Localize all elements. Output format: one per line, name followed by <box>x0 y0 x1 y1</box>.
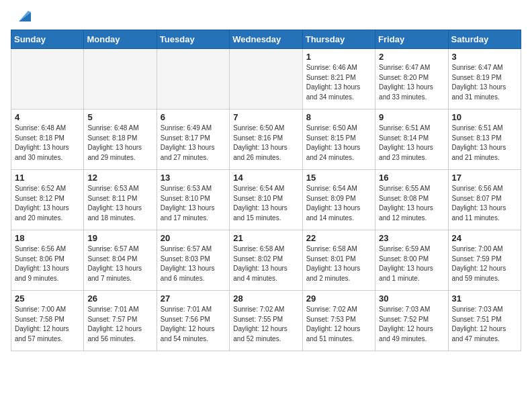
day-info: Sunrise: 6:48 AM Sunset: 8:18 PM Dayligh… <box>15 124 80 163</box>
calendar-cell: 16Sunrise: 6:55 AM Sunset: 8:08 PM Dayli… <box>375 170 448 230</box>
calendar-cell: 18Sunrise: 6:56 AM Sunset: 8:06 PM Dayli… <box>11 230 84 291</box>
calendar-cell: 28Sunrise: 7:02 AM Sunset: 7:55 PM Dayli… <box>230 291 302 351</box>
week-row-5: 25Sunrise: 7:00 AM Sunset: 7:58 PM Dayli… <box>11 291 521 351</box>
day-info: Sunrise: 7:02 AM Sunset: 7:53 PM Dayligh… <box>306 305 371 344</box>
calendar-cell: 2Sunrise: 6:47 AM Sunset: 8:20 PM Daylig… <box>375 49 448 109</box>
day-number: 1 <box>306 52 371 62</box>
day-info: Sunrise: 6:48 AM Sunset: 8:18 PM Dayligh… <box>87 124 152 163</box>
calendar-cell: 8Sunrise: 6:50 AM Sunset: 8:15 PM Daylig… <box>302 109 375 170</box>
week-row-1: 1Sunrise: 6:46 AM Sunset: 8:21 PM Daylig… <box>11 49 521 109</box>
logo-icon <box>12 9 31 24</box>
day-number: 14 <box>233 173 298 183</box>
calendar-header-row: SundayMondayTuesdayWednesdayThursdayFrid… <box>11 30 521 49</box>
day-info: Sunrise: 6:59 AM Sunset: 8:00 PM Dayligh… <box>379 244 444 283</box>
day-number: 12 <box>87 173 152 183</box>
day-info: Sunrise: 6:47 AM Sunset: 8:19 PM Dayligh… <box>452 63 517 102</box>
column-header-tuesday: Tuesday <box>157 30 229 49</box>
day-info: Sunrise: 6:57 AM Sunset: 8:04 PM Dayligh… <box>87 244 152 283</box>
day-number: 7 <box>233 112 298 122</box>
day-info: Sunrise: 6:50 AM Sunset: 8:16 PM Dayligh… <box>233 124 298 163</box>
column-header-saturday: Saturday <box>448 30 521 49</box>
day-info: Sunrise: 7:03 AM Sunset: 7:52 PM Dayligh… <box>379 305 444 344</box>
calendar-cell: 11Sunrise: 6:52 AM Sunset: 8:12 PM Dayli… <box>11 170 84 230</box>
calendar-cell: 30Sunrise: 7:03 AM Sunset: 7:52 PM Dayli… <box>375 291 448 351</box>
calendar-cell: 22Sunrise: 6:58 AM Sunset: 8:01 PM Dayli… <box>302 230 375 291</box>
day-info: Sunrise: 7:02 AM Sunset: 7:55 PM Dayligh… <box>233 305 298 344</box>
day-number: 5 <box>87 112 152 122</box>
calendar-cell: 14Sunrise: 6:54 AM Sunset: 8:10 PM Dayli… <box>230 170 302 230</box>
day-number: 28 <box>233 293 298 304</box>
day-number: 21 <box>233 233 298 243</box>
column-header-monday: Monday <box>84 30 157 49</box>
calendar-cell: 27Sunrise: 7:01 AM Sunset: 7:56 PM Dayli… <box>157 291 229 351</box>
day-info: Sunrise: 7:03 AM Sunset: 7:51 PM Dayligh… <box>452 305 517 344</box>
day-number: 17 <box>452 173 517 183</box>
calendar-cell: 10Sunrise: 6:51 AM Sunset: 8:13 PM Dayli… <box>448 109 521 170</box>
day-number: 19 <box>87 233 152 243</box>
day-info: Sunrise: 7:00 AM Sunset: 7:59 PM Dayligh… <box>452 244 517 283</box>
calendar-cell: 7Sunrise: 6:50 AM Sunset: 8:16 PM Daylig… <box>230 109 302 170</box>
day-number: 2 <box>379 52 444 62</box>
day-info: Sunrise: 7:00 AM Sunset: 7:58 PM Dayligh… <box>15 305 80 344</box>
day-info: Sunrise: 6:47 AM Sunset: 8:20 PM Dayligh… <box>379 63 444 102</box>
day-number: 26 <box>87 293 152 304</box>
day-info: Sunrise: 6:56 AM Sunset: 8:06 PM Dayligh… <box>15 244 80 283</box>
calendar-cell: 15Sunrise: 6:54 AM Sunset: 8:09 PM Dayli… <box>302 170 375 230</box>
day-info: Sunrise: 6:51 AM Sunset: 8:13 PM Dayligh… <box>452 124 517 163</box>
week-row-3: 11Sunrise: 6:52 AM Sunset: 8:12 PM Dayli… <box>11 170 521 230</box>
calendar-cell: 13Sunrise: 6:53 AM Sunset: 8:10 PM Dayli… <box>157 170 229 230</box>
day-info: Sunrise: 6:53 AM Sunset: 8:11 PM Dayligh… <box>87 184 152 223</box>
column-header-wednesday: Wednesday <box>230 30 302 49</box>
day-number: 23 <box>379 233 444 243</box>
day-info: Sunrise: 6:54 AM Sunset: 8:09 PM Dayligh… <box>306 184 371 223</box>
calendar-cell: 3Sunrise: 6:47 AM Sunset: 8:19 PM Daylig… <box>448 49 521 109</box>
day-number: 11 <box>15 173 80 183</box>
week-row-4: 18Sunrise: 6:56 AM Sunset: 8:06 PM Dayli… <box>11 230 521 291</box>
day-number: 30 <box>379 293 444 304</box>
column-header-sunday: Sunday <box>11 30 84 49</box>
column-header-friday: Friday <box>375 30 448 49</box>
calendar-cell: 26Sunrise: 7:01 AM Sunset: 7:57 PM Dayli… <box>84 291 157 351</box>
day-number: 24 <box>452 233 517 243</box>
calendar-cell: 6Sunrise: 6:49 AM Sunset: 8:17 PM Daylig… <box>157 109 229 170</box>
calendar-cell: 1Sunrise: 6:46 AM Sunset: 8:21 PM Daylig… <box>302 49 375 109</box>
day-info: Sunrise: 6:54 AM Sunset: 8:10 PM Dayligh… <box>233 184 298 223</box>
day-info: Sunrise: 6:51 AM Sunset: 8:14 PM Dayligh… <box>379 124 444 163</box>
calendar-cell: 12Sunrise: 6:53 AM Sunset: 8:11 PM Dayli… <box>84 170 157 230</box>
calendar-cell: 20Sunrise: 6:57 AM Sunset: 8:03 PM Dayli… <box>157 230 229 291</box>
day-number: 22 <box>306 233 371 243</box>
day-number: 8 <box>306 112 371 122</box>
day-number: 15 <box>306 173 371 183</box>
day-number: 31 <box>452 293 517 304</box>
day-number: 6 <box>161 112 226 122</box>
day-info: Sunrise: 7:01 AM Sunset: 7:56 PM Dayligh… <box>161 305 226 344</box>
week-row-2: 4Sunrise: 6:48 AM Sunset: 8:18 PM Daylig… <box>11 109 521 170</box>
calendar-cell <box>84 49 157 109</box>
day-info: Sunrise: 6:50 AM Sunset: 8:15 PM Dayligh… <box>306 124 371 163</box>
day-number: 10 <box>452 112 517 122</box>
logo <box>11 11 31 24</box>
day-number: 3 <box>452 52 517 62</box>
column-header-thursday: Thursday <box>302 30 375 49</box>
calendar-cell: 5Sunrise: 6:48 AM Sunset: 8:18 PM Daylig… <box>84 109 157 170</box>
day-info: Sunrise: 7:01 AM Sunset: 7:57 PM Dayligh… <box>87 305 152 344</box>
calendar-cell <box>230 49 302 109</box>
calendar-cell: 9Sunrise: 6:51 AM Sunset: 8:14 PM Daylig… <box>375 109 448 170</box>
calendar-cell: 31Sunrise: 7:03 AM Sunset: 7:51 PM Dayli… <box>448 291 521 351</box>
day-info: Sunrise: 6:58 AM Sunset: 8:01 PM Dayligh… <box>306 244 371 283</box>
calendar-cell: 25Sunrise: 7:00 AM Sunset: 7:58 PM Dayli… <box>11 291 84 351</box>
day-info: Sunrise: 6:46 AM Sunset: 8:21 PM Dayligh… <box>306 63 371 102</box>
calendar-cell: 29Sunrise: 7:02 AM Sunset: 7:53 PM Dayli… <box>302 291 375 351</box>
page-header <box>11 11 521 24</box>
calendar-cell <box>11 49 84 109</box>
day-number: 13 <box>161 173 226 183</box>
day-number: 27 <box>161 293 226 304</box>
calendar-cell <box>157 49 229 109</box>
day-number: 4 <box>15 112 80 122</box>
calendar-cell: 21Sunrise: 6:58 AM Sunset: 8:02 PM Dayli… <box>230 230 302 291</box>
calendar-cell: 24Sunrise: 7:00 AM Sunset: 7:59 PM Dayli… <box>448 230 521 291</box>
calendar-cell: 23Sunrise: 6:59 AM Sunset: 8:00 PM Dayli… <box>375 230 448 291</box>
day-number: 16 <box>379 173 444 183</box>
calendar-cell: 17Sunrise: 6:56 AM Sunset: 8:07 PM Dayli… <box>448 170 521 230</box>
day-info: Sunrise: 6:52 AM Sunset: 8:12 PM Dayligh… <box>15 184 80 223</box>
